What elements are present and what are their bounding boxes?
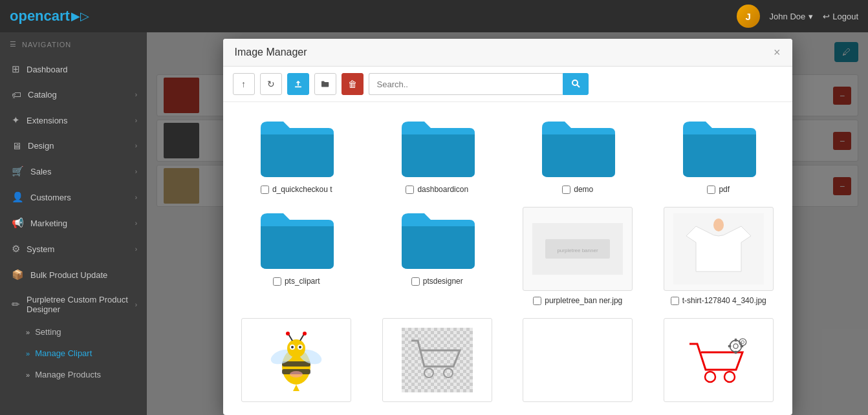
list-item[interactable]: d_quickcheckou t	[233, 115, 361, 194]
list-item[interactable]	[233, 318, 361, 402]
file-select-checkbox[interactable]	[261, 186, 269, 194]
folder-icon	[539, 115, 616, 180]
sidebar-item-system[interactable]: ⚙ System ›	[0, 236, 147, 262]
sidebar-sub-label: Manage Products	[35, 370, 101, 379]
logout-button[interactable]: ↩ Logout	[823, 12, 858, 21]
list-item[interactable]: pdf	[655, 115, 783, 194]
logo-arrow: ▶▷	[71, 9, 89, 23]
sidebar-sub-manage-clipart[interactable]: » Manage Clipart	[0, 343, 147, 364]
sidebar-item-label: Marketing	[30, 218, 67, 228]
sidebar-item-label: Customers	[30, 193, 71, 202]
delete-selected-button[interactable]: 🗑	[342, 73, 363, 95]
image-manager-modal: Image Manager × ↑ ↻	[223, 39, 792, 415]
image-thumbnail	[664, 207, 774, 291]
svg-rect-36	[734, 351, 737, 354]
list-item[interactable]	[655, 318, 783, 402]
sidebar-item-customers[interactable]: 👤 Customers ›	[0, 184, 147, 210]
list-item[interactable]: ptsdesigner	[373, 207, 501, 305]
modal-close-button[interactable]: ×	[774, 47, 781, 58]
svg-point-15	[291, 346, 294, 348]
folder-icon	[680, 115, 757, 180]
upload-icon	[294, 80, 302, 89]
content-inner: 🖊 − − −	[147, 32, 868, 415]
sidebar-item-sales[interactable]: 🛒 Sales ›	[0, 158, 147, 184]
list-item[interactable]: pts_clipart	[233, 207, 361, 305]
chevron-right-icon: ›	[135, 168, 137, 175]
sidebar-sub-manage-products[interactable]: » Manage Products	[0, 364, 147, 385]
list-item[interactable]: demo	[514, 115, 642, 194]
sidebar-item-extensions[interactable]: ✦ Extensions ›	[0, 107, 147, 133]
folder-icon	[321, 80, 329, 89]
search-button[interactable]	[563, 73, 589, 95]
extensions-icon: ✦	[12, 114, 20, 126]
modal-search	[369, 73, 783, 95]
sidebar-item-dashboard[interactable]: ⊞ Dashboard	[0, 56, 147, 82]
sidebar-sub-setting[interactable]: » Setting	[0, 321, 147, 343]
sidebar: ☰ NAVIGATION ⊞ Dashboard 🏷 Catalog › ✦ E…	[0, 32, 147, 415]
file-name-label: purpletree_ban ner.jpg	[545, 296, 622, 305]
modal-toolbar: ↑ ↻ 🗑	[223, 67, 792, 102]
header-right: J John Doe ▾ ↩ Logout	[737, 5, 858, 28]
sidebar-item-design[interactable]: 🖥 Design ›	[0, 133, 147, 158]
sidebar-item-purpletree[interactable]: ✏ Purpletree Custom Product Designer ›	[0, 288, 147, 321]
svg-point-19	[286, 332, 290, 335]
navigate-up-button[interactable]: ↑	[233, 73, 255, 95]
file-name-label: demo	[574, 185, 593, 194]
tshirt-preview	[673, 213, 764, 284]
folder-icon	[398, 115, 476, 180]
list-item[interactable]: dashboardicon	[373, 115, 501, 194]
svg-point-22	[290, 371, 303, 378]
chevron-right-icon: ›	[135, 194, 137, 201]
file-name-label: d_quickcheckou t	[272, 185, 332, 194]
file-select-checkbox[interactable]	[562, 186, 570, 194]
new-folder-button[interactable]	[314, 73, 336, 95]
dashboard-icon: ⊞	[12, 63, 20, 75]
user-menu-button[interactable]: John Doe ▾	[770, 12, 814, 21]
hamburger-icon: ☰	[10, 40, 17, 48]
customers-icon: 👤	[12, 191, 24, 203]
svg-point-17	[299, 346, 301, 348]
svg-line-20	[300, 334, 304, 341]
sidebar-item-label: Bulk Product Update	[30, 270, 107, 280]
sidebar-item-bulk-product[interactable]: 📦 Bulk Product Update	[0, 262, 147, 288]
file-select-checkbox[interactable]	[411, 277, 420, 286]
list-item[interactable]: purpletree banner purpletree_ban ner.jpg	[514, 207, 642, 305]
list-item[interactable]	[373, 318, 501, 402]
file-select-checkbox[interactable]	[273, 277, 281, 286]
content-area: 🖊 − − −	[147, 32, 868, 415]
sidebar-item-label: Purpletree Custom Product Designer	[27, 295, 135, 314]
file-select-checkbox[interactable]	[707, 186, 715, 194]
sub-arrow-icon: »	[26, 371, 30, 379]
file-select-checkbox[interactable]	[533, 297, 541, 305]
file-select-checkbox[interactable]	[406, 186, 414, 194]
refresh-button[interactable]: ↻	[260, 73, 282, 95]
svg-rect-0	[294, 86, 301, 87]
sidebar-item-label: Dashboard	[27, 65, 68, 74]
sub-arrow-icon: »	[26, 328, 30, 336]
modal-body: d_quickcheckou t	[223, 102, 792, 415]
upload-button[interactable]	[287, 73, 309, 95]
sub-arrow-icon: »	[26, 350, 30, 357]
folder-icon	[398, 207, 476, 271]
purpletree-icon: ✏	[12, 299, 20, 310]
search-input[interactable]	[369, 73, 563, 95]
file-name-label: ptsdesigner	[423, 277, 463, 286]
cart-red-thumbnail	[664, 318, 774, 402]
list-item[interactable]: t-shirt-127840 4_340.jpg	[655, 207, 783, 305]
list-item[interactable]	[514, 318, 642, 402]
logout-icon: ↩	[823, 12, 830, 21]
svg-line-18	[288, 334, 292, 341]
user-chevron-icon: ▾	[808, 12, 813, 21]
file-name-label: pdf	[719, 185, 730, 194]
system-icon: ⚙	[12, 243, 20, 255]
search-icon	[571, 79, 580, 88]
marketing-icon: 📢	[12, 217, 24, 229]
sidebar-item-catalog[interactable]: 🏷 Catalog ›	[0, 82, 147, 107]
sidebar-item-label: Sales	[30, 167, 52, 176]
file-select-checkbox[interactable]	[671, 297, 679, 305]
file-name-label: pts_clipart	[285, 277, 320, 286]
sidebar-item-marketing[interactable]: 📢 Marketing ›	[0, 210, 147, 236]
svg-rect-35	[734, 339, 737, 342]
empty-thumbnail	[523, 318, 633, 402]
svg-text:purpletree banner: purpletree banner	[558, 248, 598, 253]
